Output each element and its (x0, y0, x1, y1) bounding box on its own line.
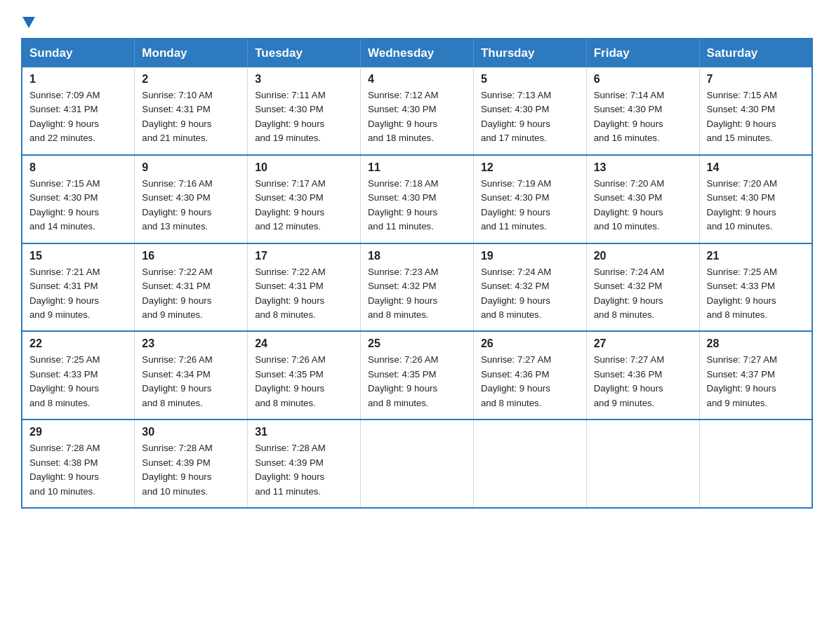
day-number: 27 (594, 337, 692, 350)
calendar-cell: 20Sunrise: 7:24 AMSunset: 4:32 PMDayligh… (586, 243, 699, 332)
calendar-cell: 15Sunrise: 7:21 AMSunset: 4:31 PMDayligh… (22, 243, 135, 332)
day-number: 7 (707, 73, 805, 86)
calendar-cell: 7Sunrise: 7:15 AMSunset: 4:30 PMDaylight… (699, 67, 812, 155)
day-number: 14 (707, 161, 805, 174)
calendar-cell: 4Sunrise: 7:12 AMSunset: 4:30 PMDaylight… (361, 67, 474, 155)
calendar-cell: 14Sunrise: 7:20 AMSunset: 4:30 PMDayligh… (699, 155, 812, 243)
day-number: 24 (255, 337, 353, 350)
day-info: Sunrise: 7:22 AMSunset: 4:31 PMDaylight:… (142, 265, 240, 323)
day-number: 10 (255, 161, 353, 174)
day-number: 12 (481, 161, 579, 174)
calendar-week-row: 8Sunrise: 7:15 AMSunset: 4:30 PMDaylight… (22, 155, 812, 243)
day-number: 2 (142, 73, 240, 86)
day-info: Sunrise: 7:13 AMSunset: 4:30 PMDaylight:… (481, 88, 579, 146)
day-info: Sunrise: 7:14 AMSunset: 4:30 PMDaylight:… (594, 88, 692, 146)
calendar-cell: 21Sunrise: 7:25 AMSunset: 4:33 PMDayligh… (699, 243, 812, 332)
calendar-cell: 6Sunrise: 7:14 AMSunset: 4:30 PMDaylight… (586, 67, 699, 155)
calendar-cell: 1Sunrise: 7:09 AMSunset: 4:31 PMDaylight… (22, 67, 135, 155)
day-info: Sunrise: 7:09 AMSunset: 4:31 PMDaylight:… (29, 88, 127, 146)
calendar-cell: 18Sunrise: 7:23 AMSunset: 4:32 PMDayligh… (361, 243, 474, 332)
day-number: 22 (29, 337, 127, 350)
day-info: Sunrise: 7:22 AMSunset: 4:31 PMDaylight:… (255, 265, 353, 323)
day-number: 11 (368, 161, 466, 174)
day-info: Sunrise: 7:26 AMSunset: 4:34 PMDaylight:… (142, 353, 240, 410)
day-info: Sunrise: 7:15 AMSunset: 4:30 PMDaylight:… (29, 177, 127, 234)
day-info: Sunrise: 7:26 AMSunset: 4:35 PMDaylight:… (255, 353, 353, 410)
column-header-tuesday: Tuesday (248, 39, 361, 67)
day-info: Sunrise: 7:17 AMSunset: 4:30 PMDaylight:… (255, 177, 353, 234)
day-number: 16 (142, 250, 240, 262)
calendar-cell: 23Sunrise: 7:26 AMSunset: 4:34 PMDayligh… (135, 331, 248, 420)
calendar-week-row: 22Sunrise: 7:25 AMSunset: 4:33 PMDayligh… (22, 331, 812, 420)
day-info: Sunrise: 7:28 AMSunset: 4:38 PMDaylight:… (29, 441, 127, 499)
calendar-header-row: SundayMondayTuesdayWednesdayThursdayFrid… (22, 39, 812, 67)
day-number: 25 (368, 337, 466, 350)
day-number: 5 (481, 73, 579, 86)
calendar-table: SundayMondayTuesdayWednesdayThursdayFrid… (21, 38, 813, 509)
day-number: 29 (29, 426, 127, 438)
calendar-cell: 2Sunrise: 7:10 AMSunset: 4:31 PMDaylight… (135, 67, 248, 155)
column-header-sunday: Sunday (22, 39, 135, 67)
day-number: 6 (594, 73, 692, 86)
day-info: Sunrise: 7:26 AMSunset: 4:35 PMDaylight:… (368, 353, 466, 410)
day-number: 19 (481, 250, 579, 262)
calendar-cell: 11Sunrise: 7:18 AMSunset: 4:30 PMDayligh… (361, 155, 474, 243)
calendar-cell: 24Sunrise: 7:26 AMSunset: 4:35 PMDayligh… (248, 331, 361, 420)
calendar-cell: 31Sunrise: 7:28 AMSunset: 4:39 PMDayligh… (248, 420, 361, 508)
calendar-cell: 5Sunrise: 7:13 AMSunset: 4:30 PMDaylight… (473, 67, 586, 155)
day-number: 21 (707, 250, 805, 262)
logo (21, 17, 35, 25)
day-number: 13 (594, 161, 692, 174)
logo-triangle-icon (22, 17, 35, 28)
calendar-cell: 19Sunrise: 7:24 AMSunset: 4:32 PMDayligh… (473, 243, 586, 332)
calendar-cell (361, 420, 474, 508)
column-header-monday: Monday (135, 39, 248, 67)
day-number: 31 (255, 426, 353, 438)
calendar-week-row: 1Sunrise: 7:09 AMSunset: 4:31 PMDaylight… (22, 67, 812, 155)
day-info: Sunrise: 7:20 AMSunset: 4:30 PMDaylight:… (707, 177, 805, 234)
day-number: 1 (29, 73, 127, 86)
calendar-cell: 27Sunrise: 7:27 AMSunset: 4:36 PMDayligh… (586, 331, 699, 420)
day-number: 4 (368, 73, 466, 86)
calendar-cell: 22Sunrise: 7:25 AMSunset: 4:33 PMDayligh… (22, 331, 135, 420)
day-info: Sunrise: 7:23 AMSunset: 4:32 PMDaylight:… (368, 265, 466, 323)
day-info: Sunrise: 7:16 AMSunset: 4:30 PMDaylight:… (142, 177, 240, 234)
calendar-cell: 26Sunrise: 7:27 AMSunset: 4:36 PMDayligh… (473, 331, 586, 420)
day-number: 17 (255, 250, 353, 262)
day-info: Sunrise: 7:24 AMSunset: 4:32 PMDaylight:… (481, 265, 579, 323)
day-info: Sunrise: 7:11 AMSunset: 4:30 PMDaylight:… (255, 88, 353, 146)
calendar-cell: 3Sunrise: 7:11 AMSunset: 4:30 PMDaylight… (248, 67, 361, 155)
calendar-cell: 13Sunrise: 7:20 AMSunset: 4:30 PMDayligh… (586, 155, 699, 243)
calendar-week-row: 29Sunrise: 7:28 AMSunset: 4:38 PMDayligh… (22, 420, 812, 508)
calendar-cell: 12Sunrise: 7:19 AMSunset: 4:30 PMDayligh… (473, 155, 586, 243)
calendar-cell: 9Sunrise: 7:16 AMSunset: 4:30 PMDaylight… (135, 155, 248, 243)
day-number: 9 (142, 161, 240, 174)
day-info: Sunrise: 7:27 AMSunset: 4:36 PMDaylight:… (594, 353, 692, 410)
calendar-cell (586, 420, 699, 508)
calendar-cell: 25Sunrise: 7:26 AMSunset: 4:35 PMDayligh… (361, 331, 474, 420)
column-header-friday: Friday (586, 39, 699, 67)
day-info: Sunrise: 7:15 AMSunset: 4:30 PMDaylight:… (707, 88, 805, 146)
day-info: Sunrise: 7:28 AMSunset: 4:39 PMDaylight:… (255, 441, 353, 499)
calendar-cell (699, 420, 812, 508)
calendar-cell: 29Sunrise: 7:28 AMSunset: 4:38 PMDayligh… (22, 420, 135, 508)
day-info: Sunrise: 7:21 AMSunset: 4:31 PMDaylight:… (29, 265, 127, 323)
day-number: 3 (255, 73, 353, 86)
calendar-week-row: 15Sunrise: 7:21 AMSunset: 4:31 PMDayligh… (22, 243, 812, 332)
calendar-cell: 17Sunrise: 7:22 AMSunset: 4:31 PMDayligh… (248, 243, 361, 332)
day-info: Sunrise: 7:10 AMSunset: 4:31 PMDaylight:… (142, 88, 240, 146)
day-number: 20 (594, 250, 692, 262)
day-number: 30 (142, 426, 240, 438)
calendar-cell: 28Sunrise: 7:27 AMSunset: 4:37 PMDayligh… (699, 331, 812, 420)
day-info: Sunrise: 7:25 AMSunset: 4:33 PMDaylight:… (29, 353, 127, 410)
day-number: 15 (29, 250, 127, 262)
column-header-wednesday: Wednesday (361, 39, 474, 67)
calendar-cell: 16Sunrise: 7:22 AMSunset: 4:31 PMDayligh… (135, 243, 248, 332)
day-number: 26 (481, 337, 579, 350)
day-info: Sunrise: 7:27 AMSunset: 4:36 PMDaylight:… (481, 353, 579, 410)
day-info: Sunrise: 7:12 AMSunset: 4:30 PMDaylight:… (368, 88, 466, 146)
day-info: Sunrise: 7:19 AMSunset: 4:30 PMDaylight:… (481, 177, 579, 234)
calendar-cell: 10Sunrise: 7:17 AMSunset: 4:30 PMDayligh… (248, 155, 361, 243)
day-number: 23 (142, 337, 240, 350)
column-header-saturday: Saturday (699, 39, 812, 67)
